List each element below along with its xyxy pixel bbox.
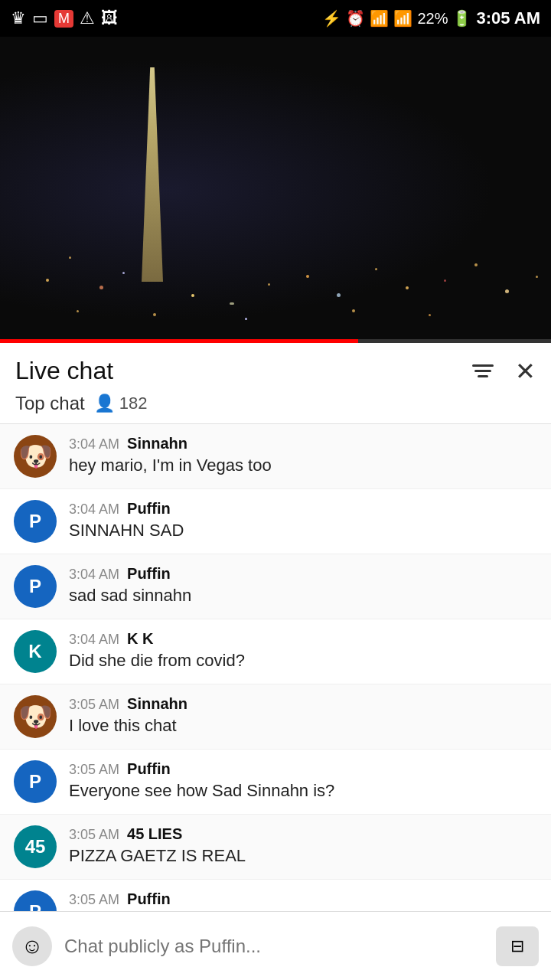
message-text: PIZZA GAETZ IS REAL (69, 844, 537, 867)
avatar-label: K (28, 641, 41, 662)
message-meta: 3:05 AM Sinnahn (69, 695, 537, 713)
avatar-label: P (29, 511, 41, 532)
message-author: Puffin (127, 760, 171, 778)
battery-pct: 22% (417, 10, 448, 28)
message-time: 3:04 AM (69, 436, 119, 452)
avatar-label: P (29, 771, 41, 792)
warning-icon: ⚠ (80, 8, 95, 28)
city-lights (0, 190, 551, 343)
message-content: 3:04 AM Sinnahn hey mario, I'm in Vegas … (69, 435, 537, 477)
message-author: Puffin (127, 565, 171, 583)
chat-messages: 🐶 3:04 AM Sinnahn hey mario, I'm in Vega… (0, 424, 551, 945)
avatar-label: 45 (25, 836, 46, 858)
message-time: 3:04 AM (69, 632, 119, 648)
filter-icon[interactable] (472, 364, 494, 377)
chat-message: 🐶 3:05 AM Sinnahn I love this chat (0, 684, 551, 750)
message-author: Sinnahn (127, 695, 187, 713)
message-content: 3:05 AM 45 LIES PIZZA GAETZ IS REAL (69, 825, 537, 867)
message-text: hey mario, I'm in Vegas too (69, 454, 537, 477)
alarm-icon: ⏰ (346, 9, 365, 28)
message-text: Did she die from covid? (69, 649, 537, 672)
message-meta: 3:04 AM Puffin (69, 565, 537, 583)
message-author: Puffin (127, 890, 171, 908)
video-area[interactable] (0, 37, 551, 343)
message-time: 3:05 AM (69, 827, 119, 843)
chat-input[interactable] (64, 926, 484, 966)
message-text: sad sad sinnahn (69, 584, 537, 607)
video-progress-bar[interactable] (0, 339, 551, 343)
emoji-icon: ☺ (21, 934, 44, 959)
message-time: 3:04 AM (69, 501, 119, 518)
avatar-label: P (29, 576, 41, 597)
message-meta: 3:04 AM K K (69, 630, 537, 648)
people-icon: 👤 (94, 394, 115, 413)
send-icon: ⊟ (510, 936, 524, 956)
avatar: 🐶 (14, 435, 57, 478)
message-meta: 3:04 AM Puffin (69, 500, 537, 518)
message-meta: 3:05 AM Puffin (69, 890, 537, 908)
battery-icon: 🔋 (452, 9, 471, 28)
avatar: 45 (14, 825, 57, 868)
filter-line-1 (472, 364, 494, 367)
message-content: 3:05 AM Sinnahn I love this chat (69, 695, 537, 737)
top-chat-label: Top chat (15, 393, 85, 414)
avatar: P (14, 760, 57, 803)
message-meta: 3:05 AM 45 LIES (69, 825, 537, 843)
chat-message: P 3:05 AM Puffin Everyone see how Sad Si… (0, 750, 551, 815)
status-left-icons: ♛ ▭ M ⚠ 🖼 (11, 8, 118, 28)
signal-icon: 📶 (393, 9, 412, 28)
message-content: 3:04 AM K K Did she die from covid? (69, 630, 537, 672)
message-text: I love this chat (69, 714, 537, 737)
message-time: 3:05 AM (69, 697, 119, 713)
avatar: P (14, 500, 57, 543)
viewer-number: 182 (119, 394, 148, 413)
message-author: 45 LIES (127, 825, 182, 843)
status-time: 3:05 AM (476, 8, 540, 28)
chat-message: P 3:04 AM Puffin SINNAHN SAD (0, 489, 551, 554)
chat-title: Live chat (15, 357, 113, 385)
dog-avatar-icon: 🐶 (18, 701, 53, 733)
chat-message: P 3:04 AM Puffin sad sad sinnahn (0, 554, 551, 619)
chat-message: K 3:04 AM K K Did she die from covid? (0, 619, 551, 684)
avatar: P (14, 565, 57, 608)
status-bar: ♛ ▭ M ⚠ 🖼 ⚡ ⏰ 📶 📶 22% 🔋 3:05 AM (0, 0, 551, 37)
emoji-button[interactable]: ☺ (12, 926, 52, 966)
status-right-icons: ⚡ ⏰ 📶 📶 22% 🔋 3:05 AM (322, 8, 540, 28)
send-button[interactable]: ⊟ (496, 926, 539, 966)
video-progress-fill (0, 339, 358, 343)
chat-input-area: ☺ ⊟ (0, 911, 551, 980)
message-text: Everyone see how Sad Sinnahn is? (69, 779, 537, 802)
chat-section: Live chat ✕ Top chat 👤 182 🐶 3:04 AM (0, 343, 551, 980)
crown-icon: ♛ (11, 8, 26, 28)
bluetooth-icon: ⚡ (322, 9, 341, 28)
chat-header-icons: ✕ (472, 359, 536, 384)
message-author: Puffin (127, 500, 171, 518)
message-content: 3:04 AM Puffin SINNAHN SAD (69, 500, 537, 542)
message-content: 3:04 AM Puffin sad sad sinnahn (69, 565, 537, 607)
close-button[interactable]: ✕ (515, 359, 536, 384)
chat-message: 🐶 3:04 AM Sinnahn hey mario, I'm in Vega… (0, 424, 551, 489)
folder-icon: ▭ (32, 8, 48, 28)
message-author: K K (127, 630, 153, 648)
filter-line-2 (474, 370, 491, 372)
message-content: 3:05 AM Puffin Everyone see how Sad Sinn… (69, 760, 537, 802)
message-text: SINNAHN SAD (69, 519, 537, 542)
viewer-count: 👤 182 (94, 394, 148, 413)
chat-message: 45 3:05 AM 45 LIES PIZZA GAETZ IS REAL (0, 815, 551, 880)
message-author: Sinnahn (127, 435, 187, 452)
message-time: 3:04 AM (69, 567, 119, 583)
image-icon: 🖼 (101, 8, 118, 28)
avatar: K (14, 630, 57, 673)
message-meta: 3:04 AM Sinnahn (69, 435, 537, 452)
message-time: 3:05 AM (69, 892, 119, 908)
chat-subheader: Top chat 👤 182 (0, 390, 551, 424)
dog-avatar-icon: 🐶 (18, 440, 53, 472)
chat-header: Live chat ✕ (0, 343, 551, 390)
m-icon: M (54, 10, 73, 28)
wifi-icon: 📶 (370, 9, 389, 28)
filter-line-3 (478, 375, 488, 377)
message-time: 3:05 AM (69, 762, 119, 778)
message-meta: 3:05 AM Puffin (69, 760, 537, 778)
avatar: 🐶 (14, 695, 57, 738)
